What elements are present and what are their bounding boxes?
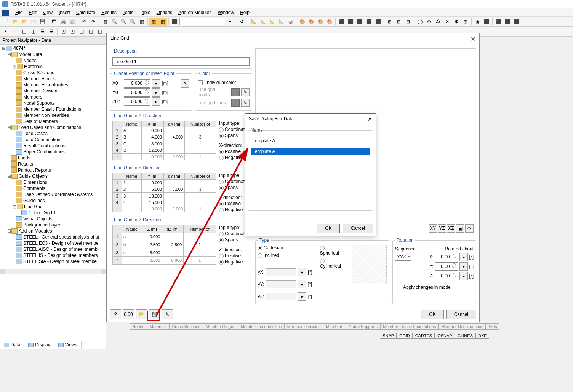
tool-icon[interactable]: ◰: [68, 27, 77, 36]
indiv-color-checkbox[interactable]: [198, 80, 203, 85]
y0-input[interactable]: [124, 88, 150, 97]
tree-root[interactable]: 4674*: [13, 46, 25, 51]
edit-color-icon[interactable]: ✎: [241, 99, 250, 107]
view-yz-icon[interactable]: YZ: [438, 224, 446, 233]
view-xy-icon[interactable]: XY: [429, 224, 437, 233]
tool-icon[interactable]: ⬛: [355, 18, 364, 26]
tool-icon[interactable]: ⟋: [11, 27, 19, 36]
tree-item[interactable]: Load Cases and Combinations: [19, 125, 81, 130]
tool-icon[interactable]: 📰: [68, 18, 77, 26]
tool-icon[interactable]: ⚙: [452, 18, 461, 26]
x0-input[interactable]: [124, 79, 150, 88]
menu-file[interactable]: File: [12, 9, 26, 16]
tool-icon[interactable]: ⊞: [404, 18, 412, 26]
positive-radio[interactable]: Positive: [219, 253, 250, 258]
tool-icon[interactable]: ⬛: [337, 18, 346, 26]
tool-icon[interactable]: ▦: [138, 18, 146, 26]
tool-icon[interactable]: ⬛: [170, 18, 179, 26]
tree-item[interactable]: Nodes: [23, 58, 37, 63]
gamma-z-input[interactable]: [266, 293, 296, 300]
tree-item[interactable]: Member Elastic Foundations: [23, 107, 81, 112]
lines-color-swatch[interactable]: [231, 99, 240, 107]
edit-color-icon[interactable]: ✎: [241, 88, 250, 96]
tool-icon[interactable]: 📐: [250, 18, 258, 26]
step-btn[interactable]: ▸: [152, 88, 160, 97]
menu-help[interactable]: Help: [237, 9, 253, 16]
tool-icon[interactable]: ⬛: [365, 18, 373, 26]
model-tab[interactable]: Nodal Supports: [346, 323, 380, 330]
status-toggle[interactable]: DXF: [475, 333, 489, 339]
tool-icon[interactable]: 📐: [268, 18, 276, 26]
tool-icon[interactable]: ⬛: [374, 18, 382, 26]
tab-display[interactable]: Display: [24, 341, 54, 349]
tree-item[interactable]: Load Combinations: [23, 137, 62, 142]
tool-icon[interactable]: ⬛: [346, 18, 355, 26]
tool-icon[interactable]: ▦: [149, 18, 158, 26]
tree-item[interactable]: Cross-Sections: [23, 70, 54, 75]
units-icon[interactable]: 0.00: [123, 309, 134, 319]
gamma-y-input[interactable]: [266, 280, 296, 288]
tree-item[interactable]: Nodal Supports: [23, 100, 55, 106]
tree-item[interactable]: Result Combinations: [23, 143, 66, 148]
ok-button[interactable]: OK: [317, 224, 339, 233]
status-toggle[interactable]: GLINES: [455, 333, 475, 339]
tab-views[interactable]: Views: [54, 341, 82, 349]
tool-dropdown[interactable]: [179, 18, 225, 25]
model-tab[interactable]: Cross-Sections: [169, 323, 203, 330]
tool-icon[interactable]: ☰: [47, 27, 56, 36]
model-tab[interactable]: Member Eccentricities: [238, 323, 285, 330]
tool-icon[interactable]: ◯: [416, 18, 424, 26]
tree-item[interactable]: Guide Objects: [19, 174, 48, 179]
tool-icon[interactable]: ◰: [96, 27, 104, 36]
tree-item[interactable]: Printout Reports: [18, 167, 51, 173]
rot-y-input[interactable]: [435, 262, 458, 271]
cylindrical-radio[interactable]: Cylindrical: [320, 258, 344, 269]
tool-icon[interactable]: ◉: [473, 18, 482, 26]
tool-icon[interactable]: 📐: [259, 18, 267, 26]
template-name-input[interactable]: [251, 137, 370, 145]
tree-item[interactable]: Member Divisions: [23, 88, 59, 94]
tree-item[interactable]: Materials: [24, 64, 43, 69]
tool-icon[interactable]: 🎨: [316, 18, 325, 26]
tree-item[interactable]: Member Nonlinearities: [23, 113, 69, 118]
menu-tools[interactable]: Tools: [120, 9, 136, 16]
tree-item[interactable]: Line Grid: [24, 204, 43, 209]
tool-icon[interactable]: ⊞: [395, 18, 403, 26]
tool-icon[interactable]: 📑: [29, 18, 37, 26]
tree-model-data[interactable]: Model Data: [19, 52, 42, 57]
tree-item[interactable]: Member Hinges: [23, 76, 56, 81]
tool-icon[interactable]: •: [2, 27, 10, 36]
tool-icon[interactable]: ◰: [77, 27, 86, 36]
tree-item[interactable]: STEEL EC3 - Design of steel membe: [23, 241, 99, 246]
negative-radio[interactable]: Negative: [219, 259, 250, 265]
tool-icon[interactable]: ⊞: [461, 18, 470, 26]
tree-item[interactable]: Results: [18, 161, 33, 167]
tool-icon[interactable]: 🎨: [325, 18, 334, 26]
model-tab[interactable]: Members: [323, 323, 346, 330]
tree-item[interactable]: Loads: [18, 155, 30, 161]
apply-changes-checkbox[interactable]: [395, 285, 400, 290]
tool-new-icon[interactable]: 📄: [2, 18, 10, 26]
menu-addon[interactable]: Add-on Modules: [175, 9, 214, 16]
tool-icon[interactable]: ⊞: [386, 18, 394, 26]
z0-input[interactable]: [124, 97, 150, 106]
tool-icon[interactable]: 🛆: [434, 18, 442, 26]
view-refresh-icon[interactable]: ⟳: [465, 224, 474, 233]
tab-data[interactable]: Data: [0, 341, 24, 349]
tool-zoom-icon[interactable]: 🔍: [110, 18, 118, 26]
model-tab[interactable]: Member Elastic Foundations: [380, 323, 439, 330]
tree-item[interactable]: STEEL - General stress analysis of st: [23, 234, 99, 240]
tool-icon[interactable]: 🎨: [298, 18, 306, 26]
spans-radio[interactable]: Spans: [219, 237, 250, 242]
model-tab[interactable]: Member Nonlinearities: [439, 323, 486, 330]
tree-item[interactable]: Dimensions: [23, 180, 47, 185]
x-grid-table[interactable]: NameX [m]dX [m]Number of 1A0.0002B4.0004…: [112, 121, 216, 160]
tool-icon[interactable]: ✕: [443, 18, 451, 26]
sequence-select[interactable]: XYZ: [395, 253, 411, 261]
tool-icon[interactable]: 📊: [286, 18, 295, 26]
tool-print-icon[interactable]: 🖨️: [59, 18, 67, 26]
gamma-x-input[interactable]: [266, 268, 296, 276]
tree-item[interactable]: User-Defined Coordinate Systems: [23, 192, 93, 197]
rot-z-input[interactable]: [435, 272, 458, 280]
edit-icon[interactable]: ✎: [162, 309, 173, 319]
